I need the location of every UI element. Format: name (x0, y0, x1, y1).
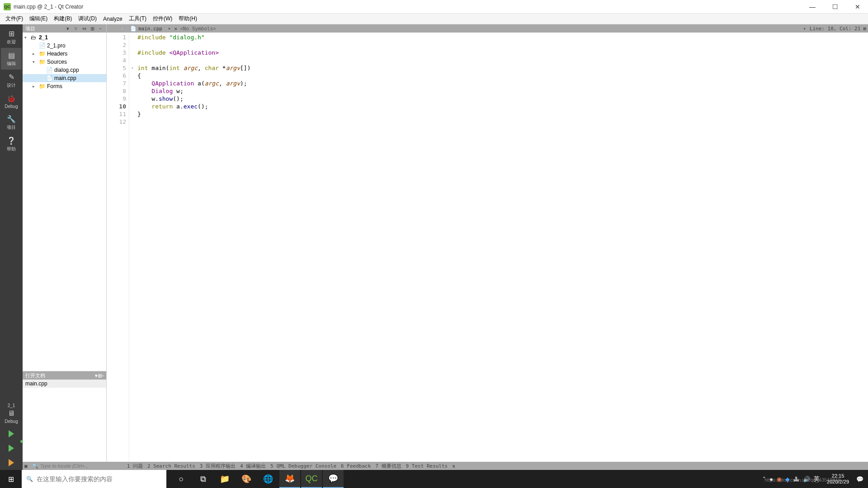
project-panel-title: 项目 (25, 25, 63, 32)
taskview-icon[interactable]: ⧉ (193, 470, 213, 488)
tab-app-output[interactable]: 3 应用程序输出 (200, 463, 236, 469)
tab-compile[interactable]: 4 编译输出 (240, 463, 266, 469)
symbols-dropdown[interactable]: <No Symbols> (180, 26, 799, 32)
tab-qml-console[interactable]: 5 QML Debugger Console (270, 463, 336, 469)
menu-tools[interactable]: 工具(T) (126, 14, 149, 23)
mode-design[interactable]: ✎设计 (1, 70, 22, 91)
debug-run-button[interactable] (1, 441, 22, 455)
cortana-icon[interactable]: ○ (171, 470, 192, 488)
fold-column: ▾ (129, 33, 136, 470)
cpp-file-icon: 📄 (46, 67, 53, 73)
tab-tests[interactable]: 9 Test Results (406, 463, 448, 469)
explorer-icon[interactable]: 📁 (214, 470, 235, 488)
tree-pro-file[interactable]: 📄2_1.pro (23, 42, 106, 50)
tab-issues[interactable]: 1 问题 (127, 463, 143, 469)
firefox-icon[interactable]: 🦊 (279, 470, 300, 488)
open-docs-title: 打开文档 (25, 372, 95, 379)
folder-icon: 📁 (39, 83, 46, 89)
mode-sidebar: ⊞欢迎 ▤编辑 ✎设计 🐞Debug 🔧项目 ❔帮助 2_1🖥Debug (0, 24, 23, 470)
tree-sources[interactable]: ▾📁Sources (23, 58, 106, 66)
split-icon[interactable]: ⊞ (89, 25, 95, 32)
editor-file-tab[interactable]: 📄 main.cpp (128, 26, 164, 32)
mode-edit-label: 编辑 (7, 61, 16, 67)
menu-analyze[interactable]: Analyze (100, 15, 125, 23)
cpp-file-icon: 📄 (130, 26, 137, 32)
menu-file[interactable]: 文件(F) (3, 14, 26, 23)
app-icon[interactable]: 🎨 (236, 470, 257, 488)
file-dropdown-icon[interactable]: ▾ (167, 26, 172, 32)
minimize-button[interactable]: — (806, 2, 819, 11)
target-selector[interactable]: 2_1🖥Debug (1, 400, 22, 427)
code-content[interactable]: #include "dialog.h"#include <QApplicatio… (136, 33, 868, 470)
play-debug-icon (9, 445, 14, 452)
mode-debug[interactable]: 🐞Debug (1, 91, 22, 112)
menu-debug[interactable]: 调试(D) (75, 14, 99, 23)
close-panel-icon[interactable]: ▫ (97, 25, 104, 32)
taskbar-search[interactable]: 🔍 (22, 470, 166, 488)
window-title: main.cpp @ 2_1 - Qt Creator (14, 4, 806, 10)
tree-forms[interactable]: ▸📁Forms (23, 82, 106, 90)
code-editor[interactable]: 123456789101112 ▾ #include "dialog.h"#in… (107, 33, 868, 470)
dropdown-icon[interactable]: ▾ (65, 25, 71, 32)
nav-forward-button[interactable]: › (118, 25, 126, 32)
hammer-icon (9, 459, 14, 466)
close-button[interactable]: ✕ (851, 2, 864, 11)
close-panel-icon[interactable]: ▫ (102, 373, 104, 378)
tree-dialog-cpp[interactable]: 📄dialog.cpp (23, 66, 106, 74)
monitor-icon: 🖥 (7, 409, 16, 418)
tree-main-cpp[interactable]: 📄main.cpp (23, 74, 106, 82)
menu-widgets[interactable]: 控件(W) (150, 14, 175, 23)
mode-project[interactable]: 🔧项目 (1, 112, 22, 133)
mode-project-label: 项目 (7, 124, 16, 131)
project-panel: 项目 ▾ ▿ ⇔ ⊞ ▫ ▾🗁2_1 📄2_1.pro ▸📁Headers ▾📁… (23, 24, 107, 470)
maximize-button[interactable]: ☐ (828, 2, 842, 11)
menu-help[interactable]: 帮助(H) (176, 14, 200, 23)
wechat-icon[interactable]: 💬 (323, 470, 344, 488)
locator[interactable]: 🔍 (32, 463, 123, 469)
project-icon: 🗁 (31, 34, 38, 41)
notifications-icon[interactable]: 💬 (856, 476, 863, 483)
cpp-file-icon: 📄 (46, 75, 53, 81)
locator-input[interactable] (40, 463, 108, 469)
menu-build[interactable]: 构建(B) (51, 14, 75, 23)
symbols-dropdown-icon[interactable]: ▾ (802, 26, 807, 32)
watermark: https://blog.csdn.net/qq_43519816 (764, 477, 841, 483)
build-button[interactable] (1, 455, 22, 470)
mode-debug-label: Debug (5, 104, 18, 109)
chrome-icon[interactable]: 🌐 (258, 470, 278, 488)
tree-root[interactable]: ▾🗁2_1 (23, 33, 106, 42)
close-file-icon[interactable]: ✕ (175, 26, 178, 32)
tab-general[interactable]: 7 概要信息 (375, 463, 401, 469)
link-icon[interactable]: ⇔ (81, 25, 87, 32)
line-gutter: 123456789101112 (107, 33, 129, 470)
project-tree: ▾🗁2_1 📄2_1.pro ▸📁Headers ▾📁Sources 📄dial… (23, 33, 106, 371)
tab-feedback[interactable]: 6 Feedback (341, 463, 371, 469)
mode-help[interactable]: ❔帮助 (1, 133, 22, 155)
menu-edit[interactable]: 编辑(E) (27, 14, 50, 23)
run-button[interactable] (1, 427, 22, 441)
tree-headers[interactable]: ▸📁Headers (23, 50, 106, 58)
toggle-sidebar-icon[interactable]: ▣ (24, 463, 28, 469)
editor-filename: main.cpp (138, 26, 162, 32)
mode-edit[interactable]: ▤编辑 (1, 48, 22, 70)
taskbar-search-input[interactable] (37, 475, 162, 483)
folder-icon: 📁 (39, 51, 46, 57)
cursor-position: Line: 10, Col: 21 (810, 26, 861, 32)
file-icon: 📄 (39, 42, 46, 49)
open-docs-header: 打开文档 ▾ ⊞ ▫ (23, 371, 106, 380)
mode-welcome[interactable]: ⊞欢迎 (1, 26, 22, 48)
open-doc-item[interactable]: main.cpp (23, 380, 106, 388)
updown-icon[interactable]: ⇅ (452, 463, 455, 469)
filter-icon[interactable]: ▿ (73, 25, 79, 32)
taskbar-apps: ○ ⧉ 📁 🎨 🌐 🦊 QC 💬 (166, 470, 758, 488)
play-icon (9, 430, 14, 437)
tree-dialog-label: dialog.cpp (54, 67, 79, 73)
tab-search[interactable]: 2 Search Results (147, 463, 195, 469)
split-icon[interactable]: ⊞ (98, 373, 102, 379)
qtcreator-icon[interactable]: QC (301, 470, 322, 488)
app-icon: QC (4, 3, 11, 10)
split-editor-icon[interactable]: ⊞ (863, 26, 866, 32)
start-button[interactable]: ⊞ (0, 470, 22, 488)
titlebar: QC main.cpp @ 2_1 - Qt Creator — ☐ ✕ (0, 0, 868, 14)
nav-back-button[interactable]: ‹ (108, 25, 116, 32)
